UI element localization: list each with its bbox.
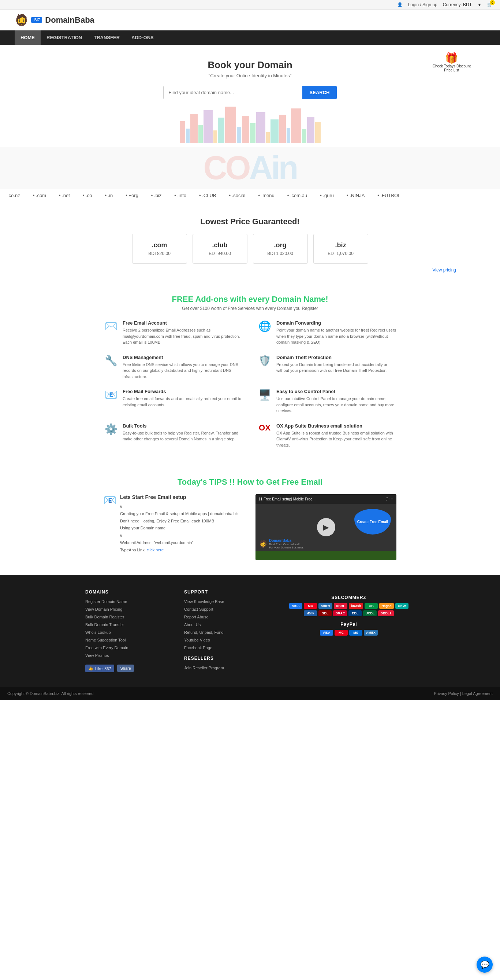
- like-button[interactable]: 👍 Like 867: [85, 665, 114, 672]
- building: [256, 112, 265, 143]
- building: [302, 129, 306, 143]
- payment-logo-amex: AMEX: [364, 630, 378, 636]
- tld-item[interactable]: • .menu: [258, 193, 274, 198]
- building: [213, 130, 217, 143]
- nav-link-addons[interactable]: ADD-ONS: [125, 30, 160, 45]
- building: [237, 127, 241, 143]
- login-link[interactable]: Login / Sign up: [408, 2, 437, 7]
- nav-link-registration[interactable]: REGISTRATION: [41, 30, 88, 45]
- play-button[interactable]: ▶: [317, 518, 335, 536]
- video-logo-icon: 🧔: [259, 540, 267, 548]
- grass-bar: [256, 551, 397, 560]
- footer-link-name-suggestion[interactable]: Name Suggestion Tool: [85, 638, 125, 642]
- discount-badge[interactable]: 🎁 Check Todays Discount Price List: [433, 52, 471, 72]
- addon-title: OX App Suite Business email solution: [276, 423, 397, 429]
- footer-link[interactable]: View Promos: [85, 653, 109, 658]
- pricing-card-biz: .biz BDT1,070.00: [313, 234, 368, 264]
- footer-link-join-reseller[interactable]: Join Reseller Program: [184, 666, 224, 670]
- search-bar: SEARCH: [7, 86, 493, 99]
- cart-icon[interactable]: 🛒 0: [487, 2, 493, 7]
- tld-item[interactable]: • .FUTBOL: [378, 193, 400, 198]
- logo[interactable]: 🧔 .BIZ DomainBaba: [15, 14, 94, 26]
- tld-item[interactable]: • .info: [174, 193, 186, 198]
- addon-item-mailforward: 📧 Free Mail Forwards Create free email f…: [103, 389, 243, 414]
- addon-desc: OX App Suite is a robust and trusted Bus…: [276, 430, 397, 449]
- nav-item-addons[interactable]: ADD-ONS: [125, 30, 160, 45]
- tld-item[interactable]: .co.nz: [7, 193, 20, 198]
- footer-link-report-abuse[interactable]: Report Abuse: [184, 615, 209, 619]
- tld-item[interactable]: • .NINJA: [347, 193, 365, 198]
- nav-link-transfer[interactable]: TRANSFER: [88, 30, 125, 45]
- legal-agreement-link[interactable]: Legal Agreement: [462, 691, 493, 696]
- video-logo-text: DomainBaba: [269, 539, 303, 542]
- nav-item-transfer[interactable]: TRANSFER: [88, 30, 125, 45]
- building: [203, 110, 213, 143]
- footer-link[interactable]: Facebook Page: [184, 646, 212, 650]
- footer-link-knowledge-base[interactable]: View Knowledge Base: [184, 599, 224, 604]
- footer-resellers-list: Join Reseller Program: [184, 665, 272, 670]
- footer-link[interactable]: Register Domain Name: [85, 599, 127, 604]
- list-item: Register Domain Name: [85, 598, 173, 604]
- footer-col-support: SUPPORT View Knowledge Base Contact Supp…: [184, 589, 272, 672]
- paypal-logos: VISA MC MS AMEX: [283, 630, 415, 636]
- tld-item[interactable]: • +org: [125, 193, 138, 198]
- footer-link-contact-support[interactable]: Contact Support: [184, 607, 213, 611]
- footer-link[interactable]: Whois Lookup: [85, 630, 111, 635]
- tld-item[interactable]: • .social: [229, 193, 245, 198]
- addon-desc: Point your domain name to another websit…: [276, 327, 397, 345]
- tld-item[interactable]: • .biz: [151, 193, 162, 198]
- click-here-link[interactable]: click here: [147, 548, 163, 552]
- nav-item-home[interactable]: HOME: [15, 30, 41, 45]
- addon-desc: Receive 2 personalized Email Addresses s…: [122, 327, 243, 345]
- video-thumbnail[interactable]: 11 Free Email setup| Mobile Free... ⤴ ⋯ …: [256, 494, 397, 560]
- nav-item-registration[interactable]: REGISTRATION: [41, 30, 88, 45]
- ox-addon-icon: OX: [257, 423, 272, 433]
- user-icon: 👤: [397, 2, 403, 7]
- hero-title: Book your Domain: [7, 59, 493, 71]
- tips-text: 📧 Lets Start Free Email setup // Creatin…: [103, 494, 244, 560]
- pricing-section: Lowest Price Guaranteed! .com BDT820.00 …: [0, 202, 500, 280]
- tld-item[interactable]: • .in: [105, 193, 113, 198]
- tips-line6: Webmail Address: "webmail.yourdomain": [120, 539, 239, 547]
- search-button[interactable]: SEARCH: [302, 86, 337, 99]
- addons-title: FREE Add-ons with every Domain Name!: [15, 294, 485, 304]
- footer-link-about-us[interactable]: About Us: [184, 622, 201, 627]
- tld-item[interactable]: • .com: [33, 193, 46, 198]
- footer-link[interactable]: Refund, Unpaid, Fund: [184, 630, 224, 635]
- tld-item[interactable]: • .com.au: [287, 193, 307, 198]
- tld-item[interactable]: • .CLUB: [199, 193, 216, 198]
- pricing-ext: .org: [264, 242, 297, 249]
- tld-item[interactable]: • .co: [83, 193, 92, 198]
- privacy-policy-link[interactable]: Privacy Policy: [434, 691, 459, 696]
- addon-item-dns: 🔧 DNS Management Free lifetime DNS servi…: [103, 355, 243, 380]
- share-button[interactable]: Share: [117, 665, 133, 672]
- footer-link[interactable]: Bulk Domain Register: [85, 615, 124, 619]
- currency-dropdown-icon[interactable]: ▼: [477, 2, 482, 7]
- addons-title-free: FREE: [171, 294, 193, 304]
- hero-subtitle: "Create your Online Identity in Minutes": [7, 73, 493, 78]
- cloud-shape: Create Free Email: [354, 509, 391, 535]
- domain-search-input[interactable]: [163, 86, 302, 99]
- cart-badge: 0: [490, 0, 495, 5]
- discount-line1: Check Todays Discount: [433, 64, 471, 68]
- footer-link[interactable]: Bulk Domain Transfer: [85, 622, 124, 627]
- copyright-text: Copyright © DomainBaba.biz. All rights r…: [7, 691, 94, 696]
- payment-logo: DBBL: [334, 603, 348, 609]
- view-pricing-link[interactable]: View pricing: [15, 267, 485, 272]
- payment-logo: EBL: [348, 610, 362, 616]
- list-item: View Domain Pricing: [85, 606, 173, 612]
- footer-link[interactable]: Free with Every Domain: [85, 646, 128, 650]
- tld-item[interactable]: • .guru: [320, 193, 334, 198]
- tips-line4: Using your Domain name: [120, 525, 239, 532]
- list-item: Bulk Domain Transfer: [85, 621, 173, 627]
- footer-link[interactable]: Youtube Video: [184, 638, 210, 642]
- nav-link-home[interactable]: HOME: [15, 30, 41, 45]
- tips-title-rest: How to Get Free Email: [237, 477, 323, 487]
- footer-link[interactable]: View Domain Pricing: [85, 607, 122, 611]
- video-tagline2: For your Domain Business: [269, 546, 303, 549]
- addon-item-email: ✉️ Free Email Account Receive 2 personal…: [103, 320, 243, 345]
- pricing-cards: .com BDT820.00 .club BDT940.00 .org BDT1…: [15, 234, 485, 264]
- payment-logo: iBnk: [304, 610, 317, 616]
- tld-item[interactable]: • .net: [59, 193, 70, 198]
- create-email-label: Create Free Email: [357, 520, 388, 524]
